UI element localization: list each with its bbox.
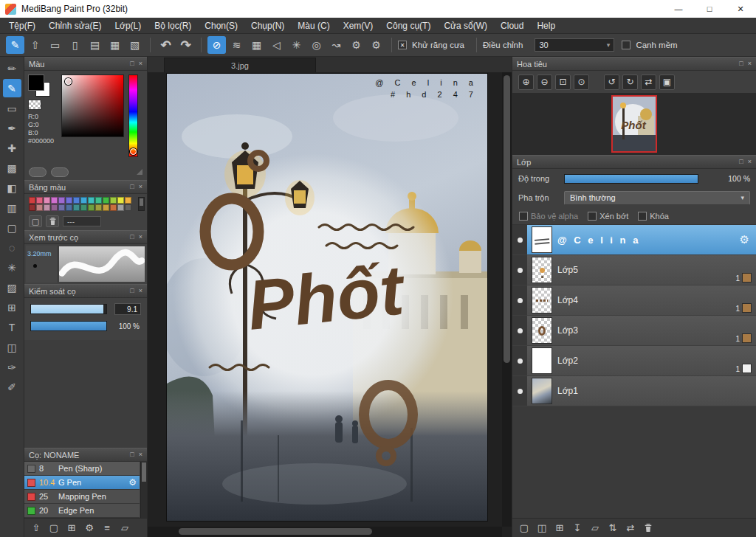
duplicate-layer-icon[interactable]: ◫	[534, 521, 550, 536]
layer-visibility-toggle[interactable]	[512, 225, 527, 254]
minimize-button[interactable]: —	[663, 0, 694, 18]
fill-rect-tool-icon[interactable]: ▩	[3, 159, 21, 177]
grid-icon[interactable]: ▦	[247, 36, 266, 54]
palette-swatch[interactable]	[36, 197, 43, 204]
layer-visibility-toggle[interactable]	[512, 316, 527, 345]
palette-swatch[interactable]	[110, 197, 117, 204]
text-tool-icon[interactable]: T	[3, 318, 21, 336]
blend-mode-dropdown[interactable]: Bình thường ▾	[564, 191, 750, 205]
reset-view-icon[interactable]: ▣	[659, 75, 675, 90]
menu-file[interactable]: Tệp(F)	[2, 18, 42, 34]
saturation-value-picker[interactable]	[61, 75, 124, 137]
palette-swatch[interactable]	[117, 197, 124, 204]
layer-row[interactable]: Lớp2 1	[512, 346, 756, 375]
palette-swatch[interactable]	[29, 197, 35, 204]
menu-color[interactable]: Màu (C)	[291, 18, 336, 34]
brush-control-header[interactable]: Kiểm soát cọ □ ×	[24, 284, 147, 298]
palette-swatch[interactable]	[73, 204, 80, 211]
move-tool-icon[interactable]: ✚	[3, 139, 21, 157]
close-panel-icon[interactable]: ×	[139, 288, 142, 294]
palette-swatch[interactable]	[110, 204, 117, 211]
chat-icon[interactable]: ▯	[66, 36, 84, 54]
palette-swatch[interactable]	[88, 197, 94, 204]
protect-alpha-checkbox[interactable]	[519, 212, 528, 221]
palette-swatch[interactable]	[51, 197, 58, 204]
menu-edit[interactable]: Chỉnh sửa(E)	[42, 18, 108, 34]
palette-swatch[interactable]	[36, 204, 43, 211]
canvas-tab[interactable]: 3.jpg	[164, 58, 316, 72]
new-swatch-icon[interactable]: ▢	[29, 215, 42, 227]
foreground-color-swatch[interactable]	[28, 75, 44, 91]
layer-visibility-toggle[interactable]	[512, 255, 527, 285]
magic-wand-tool-icon[interactable]: ✳	[3, 258, 21, 277]
scrollbar-thumb[interactable]	[142, 462, 146, 482]
move-down-layer-icon[interactable]: ↧	[569, 521, 585, 536]
eyedropper-tool-icon[interactable]: ✑	[3, 358, 21, 376]
upload-icon[interactable]: ⇧	[26, 36, 44, 54]
menu-snap[interactable]: Chụp(N)	[244, 18, 291, 34]
triangle-icon[interactable]: ◁	[267, 36, 286, 54]
brush-list-header[interactable]: Cọ: NONAME □ ×	[24, 448, 147, 462]
layer-opacity-slider[interactable]	[564, 174, 698, 184]
zoom-in-icon[interactable]: ⊕	[518, 75, 534, 90]
sv-cursor[interactable]	[65, 78, 72, 85]
close-panel-icon[interactable]: ×	[748, 60, 752, 67]
merge-layer-icon[interactable]: ⊞	[551, 521, 568, 536]
eyedropper-button[interactable]	[29, 167, 47, 177]
palette-name-field[interactable]: ---	[63, 216, 101, 226]
menu-tools[interactable]: Công cụ(T)	[379, 18, 437, 34]
fg-bg-color-swatches[interactable]	[28, 75, 53, 98]
palette-swatch[interactable]	[125, 197, 131, 204]
settings-icon[interactable]: ⚙	[367, 36, 385, 54]
palette-swatch[interactable]	[44, 197, 50, 204]
transfer-layer-icon[interactable]: ⇄	[622, 521, 639, 536]
redo-icon[interactable]: ↷	[176, 36, 195, 54]
new-layer-icon[interactable]: ▢	[516, 521, 532, 536]
screentone-tool-icon[interactable]: ⊞	[3, 298, 21, 316]
brush-settings-gear-icon[interactable]: ⚙	[128, 477, 137, 488]
close-panel-icon[interactable]: ×	[139, 60, 142, 67]
layer-folder-icon[interactable]: ▱	[587, 521, 603, 536]
pen-tool-icon[interactable]: ✏	[3, 59, 21, 77]
palette-swatch[interactable]	[51, 204, 58, 211]
brush-tool-button[interactable]: ✎	[6, 36, 24, 54]
palette-swatch[interactable]	[73, 197, 80, 204]
float-panel-icon[interactable]: □	[130, 184, 134, 190]
pencil-tool-icon[interactable]: ✐	[3, 378, 21, 396]
brush-item[interactable]: 20 Edge Pen	[24, 504, 140, 518]
zoom-out-icon[interactable]: ⊖	[537, 75, 552, 90]
menu-view[interactable]: Xem(V)	[337, 18, 380, 34]
canvas-horizontal-scrollbar[interactable]	[148, 527, 502, 537]
menu-cloud[interactable]: Cloud	[494, 18, 530, 34]
resize-grip-icon[interactable]	[137, 169, 142, 175]
comment-icon[interactable]: ▭	[46, 36, 64, 54]
eraser-tool-icon[interactable]: ▭	[3, 99, 21, 117]
reorder-layer-icon[interactable]: ⇅	[605, 521, 621, 536]
soft-edge-checkbox[interactable]	[622, 41, 630, 49]
layer-visibility-toggle[interactable]	[512, 346, 527, 375]
transparent-color-swatch[interactable]	[28, 100, 41, 110]
hue-cursor[interactable]	[130, 148, 137, 155]
layer-row[interactable]: Lớp4 1	[512, 285, 756, 315]
menu-filter[interactable]: Bộ lọc(R)	[148, 18, 198, 34]
transparent-button[interactable]	[51, 167, 69, 177]
palette-swatch[interactable]	[95, 197, 102, 204]
menu-help[interactable]: Help	[530, 18, 562, 34]
brush-size-input[interactable]: 9.1	[114, 303, 141, 315]
document-icon[interactable]: ▤	[86, 36, 104, 54]
float-panel-icon[interactable]: □	[130, 60, 134, 67]
menu-layer[interactable]: Lớp(L)	[108, 18, 148, 34]
palette-swatch[interactable]	[44, 204, 50, 211]
brush-opacity-slider[interactable]	[30, 321, 107, 331]
float-panel-icon[interactable]: □	[130, 234, 134, 240]
menu-select[interactable]: Chọn(S)	[198, 18, 244, 34]
marquee-tool-icon[interactable]: ▢	[3, 218, 21, 237]
gear-ring-icon[interactable]: ⚙	[347, 36, 365, 54]
layer-row[interactable]: Lớp3 1	[512, 316, 756, 345]
navigator-thumbnail[interactable]: Phốt	[611, 95, 657, 153]
antialias-checkbox[interactable]: ✕	[398, 41, 407, 49]
sheet-icon[interactable]: ▦	[106, 36, 124, 54]
brush-menu-icon[interactable]: ≡	[99, 521, 115, 536]
curve-icon[interactable]: ↝	[327, 36, 346, 54]
rotate-left-icon[interactable]: ↺	[604, 75, 619, 90]
